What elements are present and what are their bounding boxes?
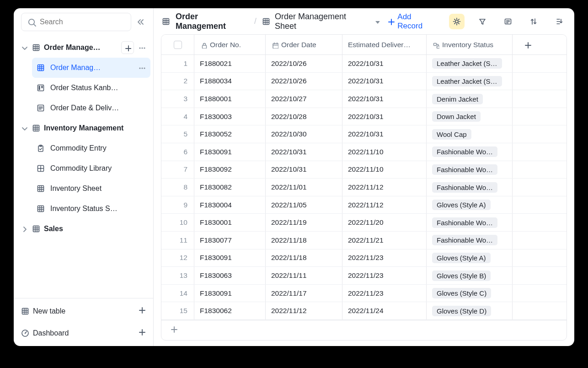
cell-order-date[interactable]: 2022/10/27: [266, 90, 342, 108]
column-header-order-date[interactable]: Order Date: [266, 35, 342, 54]
sidebar-item-order-management-sheet[interactable]: Order Manag…: [32, 58, 150, 78]
item-more-button[interactable]: [137, 63, 147, 73]
cell-order-date[interactable]: 2022/11/11: [266, 267, 342, 284]
add-view-button[interactable]: [121, 41, 134, 54]
add-record-button[interactable]: Add Record: [387, 12, 438, 31]
cell-inventory-status[interactable]: Fashionable Wo…: [427, 179, 513, 196]
sidebar-item-order-date-delivery[interactable]: Order Date & Deliv…: [32, 98, 150, 118]
table-row[interactable]: 15 F1830062 2022/11/12 2022/11/24 Gloves…: [161, 302, 567, 320]
cell-order-no[interactable]: F1880001: [194, 90, 266, 108]
collapse-sidebar-button[interactable]: [135, 16, 146, 27]
cell-inventory-status[interactable]: Fashionable Wo…: [427, 161, 513, 179]
settings-button[interactable]: [449, 14, 465, 29]
filter-button[interactable]: [475, 14, 490, 29]
sidebar-section-head[interactable]: Sales: [16, 219, 150, 239]
sort-button[interactable]: [526, 14, 541, 29]
cell-estimated-delivery[interactable]: 2022/10/31: [342, 90, 427, 108]
cell-order-no[interactable]: F1830091: [194, 143, 266, 161]
column-header-inventory-status[interactable]: Inventory Status: [427, 35, 513, 54]
table-row[interactable]: 8 F1830082 2022/11/01 2022/11/12 Fashion…: [161, 179, 567, 196]
cell-order-no[interactable]: F1830091: [194, 285, 266, 302]
new-table-button[interactable]: New table: [16, 300, 150, 322]
select-all-header[interactable]: [161, 35, 194, 54]
cell-order-date[interactable]: 2022/10/26: [266, 55, 342, 72]
cell-inventory-status[interactable]: Gloves (Style A): [427, 249, 513, 267]
dashboard-button[interactable]: Dashboard: [16, 322, 150, 344]
cell-order-date[interactable]: 2022/11/12: [266, 302, 342, 319]
sidebar-item-order-status-kanban[interactable]: Order Status Kanb…: [32, 78, 150, 98]
cell-inventory-status[interactable]: Wool Cap: [427, 125, 513, 143]
sidebar-item-inventory-status[interactable]: Inventory Status S…: [32, 199, 150, 219]
table-row[interactable]: 5 F1830052 2022/10/30 2022/10/31 Wool Ca…: [161, 125, 567, 143]
cell-inventory-status[interactable]: Leather Jacket (S…: [427, 55, 513, 72]
column-header-order-no[interactable]: Order No.: [194, 35, 266, 54]
group-button[interactable]: [551, 14, 567, 29]
section-more-button[interactable]: [137, 43, 147, 53]
add-column-button[interactable]: [513, 35, 543, 54]
cell-order-date[interactable]: 2022/11/18: [266, 232, 342, 249]
cell-estimated-delivery[interactable]: 2022/10/31: [342, 55, 427, 72]
cell-order-no[interactable]: F1830077: [194, 232, 266, 249]
cell-order-date[interactable]: 2022/11/01: [266, 179, 342, 196]
cell-inventory-status[interactable]: Gloves (Style C): [427, 285, 513, 302]
cell-inventory-status[interactable]: Leather Jacket (S…: [427, 73, 513, 90]
cell-estimated-delivery[interactable]: 2022/11/10: [342, 161, 427, 179]
cell-order-no[interactable]: F1830082: [194, 179, 266, 196]
cell-estimated-delivery[interactable]: 2022/11/20: [342, 214, 427, 231]
table-row[interactable]: 12 F1830091 2022/11/18 2022/11/23 Gloves…: [161, 249, 567, 267]
cell-order-no[interactable]: F1830062: [194, 302, 266, 319]
cell-order-date[interactable]: 2022/10/31: [266, 143, 342, 161]
cell-estimated-delivery[interactable]: 2022/10/31: [342, 125, 427, 143]
cell-inventory-status[interactable]: Denim Jacket: [427, 90, 513, 108]
cell-order-date[interactable]: 2022/10/26: [266, 73, 342, 90]
cell-order-date[interactable]: 2022/11/18: [266, 249, 342, 267]
breadcrumb-sheet[interactable]: Order Management Sheet: [261, 12, 380, 31]
cell-estimated-delivery[interactable]: 2022/10/31: [342, 108, 427, 125]
cell-order-no[interactable]: F1830001: [194, 214, 266, 231]
sidebar-section-head[interactable]: Inventory Management: [16, 118, 150, 138]
cell-estimated-delivery[interactable]: 2022/11/23: [342, 267, 427, 284]
cell-inventory-status[interactable]: Down Jacket: [427, 108, 513, 125]
cell-inventory-status[interactable]: Gloves (Style D): [427, 302, 513, 319]
cell-order-no[interactable]: F1830004: [194, 196, 266, 214]
cell-order-no[interactable]: F1830092: [194, 161, 266, 179]
search-input[interactable]: [40, 18, 125, 26]
table-row[interactable]: 10 F1830001 2022/11/19 2022/11/20 Fashio…: [161, 214, 567, 232]
column-header-estimated-delivery[interactable]: Estimated Deliver…: [342, 35, 427, 54]
search-box[interactable]: [21, 13, 131, 31]
cell-order-no[interactable]: F1830003: [194, 108, 266, 125]
table-row[interactable]: 2 F1880034 2022/10/26 2022/10/31 Leather…: [161, 73, 567, 91]
cell-order-date[interactable]: 2022/11/05: [266, 196, 342, 214]
cell-estimated-delivery[interactable]: 2022/11/23: [342, 249, 427, 267]
cell-order-date[interactable]: 2022/10/31: [266, 161, 342, 179]
cell-order-date[interactable]: 2022/10/28: [266, 108, 342, 125]
cell-order-date[interactable]: 2022/11/19: [266, 214, 342, 231]
cell-order-date[interactable]: 2022/10/30: [266, 125, 342, 143]
add-row-button[interactable]: [170, 325, 179, 336]
table-row[interactable]: 9 F1830004 2022/11/05 2022/11/12 Gloves …: [161, 196, 567, 214]
cell-order-no[interactable]: F1880034: [194, 73, 266, 90]
cell-order-no[interactable]: F1830091: [194, 249, 266, 267]
cell-inventory-status[interactable]: Fashionable Wo…: [427, 143, 513, 161]
breadcrumb-table[interactable]: Order Management: [176, 12, 250, 31]
cell-estimated-delivery[interactable]: 2022/11/12: [342, 196, 427, 214]
table-row[interactable]: 4 F1830003 2022/10/28 2022/10/31 Down Ja…: [161, 108, 567, 126]
sidebar-section-head[interactable]: Order Manage…: [16, 38, 150, 58]
cell-inventory-status[interactable]: Fashionable Wo…: [427, 214, 513, 231]
cell-estimated-delivery[interactable]: 2022/11/12: [342, 179, 427, 196]
cell-order-no[interactable]: F1830063: [194, 267, 266, 284]
cell-estimated-delivery[interactable]: 2022/11/24: [342, 302, 427, 319]
sidebar-item-commodity-entry[interactable]: Commodity Entry: [32, 138, 150, 158]
sidebar-item-commodity-library[interactable]: Commodity Library: [32, 158, 150, 179]
cell-estimated-delivery[interactable]: 2022/11/10: [342, 143, 427, 161]
table-row[interactable]: 11 F1830077 2022/11/18 2022/11/21 Fashio…: [161, 232, 567, 249]
cell-order-no[interactable]: F1880021: [194, 55, 266, 72]
table-row[interactable]: 14 F1830091 2022/11/17 2022/11/23 Gloves…: [161, 285, 567, 303]
sidebar-item-inventory-sheet[interactable]: Inventory Sheet: [32, 179, 150, 199]
cell-estimated-delivery[interactable]: 2022/11/21: [342, 232, 427, 249]
table-row[interactable]: 1 F1880021 2022/10/26 2022/10/31 Leather…: [161, 55, 567, 73]
cell-inventory-status[interactable]: Gloves (Style A): [427, 196, 513, 214]
cell-order-date[interactable]: 2022/11/17: [266, 285, 342, 302]
cell-inventory-status[interactable]: Gloves (Style B): [427, 267, 513, 284]
fields-button[interactable]: [500, 14, 516, 29]
